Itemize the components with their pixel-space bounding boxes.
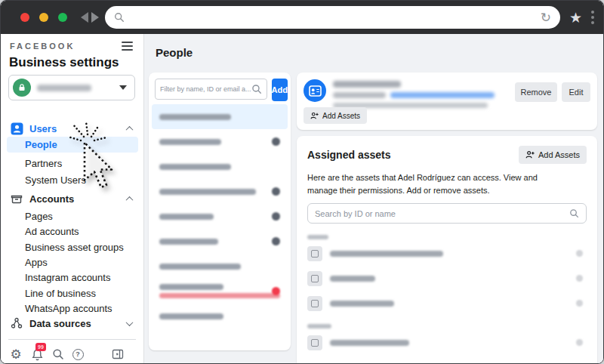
role-badge [272,237,280,245]
assigned-assets-title: Assigned assets [307,149,391,161]
sidebar-section-data-sources[interactable]: Data sources [1,315,144,332]
person-avatar [304,79,326,102]
add-assets-button[interactable]: Add Assets [304,107,367,124]
sidebar-item-partners[interactable]: Partners [7,156,138,171]
person-name-redacted [159,114,231,120]
business-avatar [13,79,31,97]
sidebar-item-business-asset-groups[interactable]: Business asset groups [7,239,138,255]
filter-input[interactable]: Filter by name, ID or email a... [155,79,267,100]
business-name-redacted [37,85,91,91]
search-icon [569,208,579,218]
minimize-window-button[interactable] [39,13,48,22]
refresh-icon[interactable]: ↻ [541,11,551,24]
users-icon [10,122,23,135]
asset-search-input[interactable]: Search by ID or name [307,203,587,224]
chevron-right-icon [576,339,583,346]
search-icon [251,84,262,94]
sidebar-item-line-of-business[interactable]: Line of business [7,285,138,301]
asset-row[interactable] [307,291,587,316]
accounts-box-icon [10,193,23,205]
notifications-bell-icon[interactable]: 99 [29,347,45,362]
sidebar-section-accounts[interactable]: Accounts [1,190,144,207]
person-name-redacted [159,313,223,319]
chevron-right-icon [576,250,583,257]
collapse-sidebar-icon[interactable] [110,347,125,362]
data-sources-icon [10,317,23,329]
add-person-button[interactable]: Add [272,79,288,101]
sidebar-section-users[interactable]: Users [1,120,144,137]
person-name-redacted [159,264,241,270]
role-badge [272,187,280,196]
sidebar-item-instagram-accounts[interactable]: Instagram accounts [7,270,138,285]
person-row[interactable] [152,279,288,304]
maximize-window-button[interactable] [58,13,67,22]
search-icon[interactable] [51,347,66,362]
page-title: Business settings [9,55,119,70]
main-content: People Filter by name, ID or email a... … [144,34,603,363]
asset-row[interactable] [307,241,587,266]
sidebar-item-system-users[interactable]: System Users [7,172,138,188]
person-name-redacted [159,189,256,195]
assigned-assets-description: Here are the assets that Adel Rodríguez … [297,164,576,196]
business-selector[interactable] [8,75,135,100]
remove-button[interactable]: Remove [515,82,557,102]
person-row[interactable] [152,254,288,279]
asset-name-redacted [330,301,394,307]
sidebar-item-people[interactable]: People [7,137,138,153]
window-controls [20,13,67,22]
sidebar-item-whatsapp-accounts[interactable]: WhatsApp accounts [7,301,138,316]
asset-group-label-redacted [307,324,331,329]
person-row[interactable] [152,129,288,154]
asset-row[interactable] [307,266,587,291]
edit-button[interactable]: Edit [562,82,590,102]
person-email-link-redacted[interactable] [390,92,495,98]
asset-icon [307,271,322,286]
add-assets-button[interactable]: Add Assets [519,146,587,164]
person-name-redacted [159,239,218,245]
sidebar-item-pages[interactable]: Pages [7,208,138,224]
person-row[interactable] [152,179,288,204]
assigned-assets-panel: Assigned assets Add Assets Here are the … [297,136,597,364]
people-rows [149,104,291,329]
browser-chrome: ↻ ★ [1,1,603,34]
back-icon[interactable] [81,12,88,23]
sidebar-item-ad-accounts[interactable]: Ad accounts [7,224,138,239]
url-input[interactable] [125,12,535,23]
asset-name-redacted [330,276,375,282]
bookmark-star-icon[interactable]: ★ [569,11,582,25]
hamburger-menu-icon[interactable] [122,42,133,51]
forward-icon[interactable] [91,12,99,23]
lock-icon [17,83,26,92]
asset-icon [307,335,322,350]
browser-menu-icon[interactable] [590,9,596,26]
person-name-redacted [159,214,214,220]
person-plus-icon [310,112,319,120]
people-list-panel: Filter by name, ID or email a... Add [149,72,291,350]
person-row[interactable] [152,204,288,229]
person-row[interactable] [152,104,288,129]
address-bar[interactable]: ↻ [105,6,560,29]
person-row[interactable] [152,154,288,179]
sidebar-item-apps[interactable]: Apps [7,254,138,270]
role-badge [272,212,280,221]
alert-badge [272,287,280,295]
browser-window: ↻ ★ FACEBOOK Business settings [0,0,604,364]
asset-search-placeholder: Search by ID or name [315,209,569,218]
asset-icon [307,296,322,311]
chevron-up-icon [126,196,134,203]
content-title: People [156,46,193,59]
person-name-redacted [159,284,223,290]
chevron-right-icon [576,300,583,307]
close-window-button[interactable] [20,13,29,22]
person-row[interactable] [152,229,288,254]
settings-gear-icon[interactable]: ⚙ [8,347,23,362]
asset-icon [307,246,322,261]
person-name-redacted [159,139,221,145]
help-icon[interactable]: ? [70,347,85,362]
chevron-right-icon [576,275,583,282]
asset-row[interactable] [307,330,587,355]
role-badge [272,137,280,146]
chevron-up-icon [126,125,134,133]
person-row[interactable] [152,304,288,329]
asset-groups [297,224,597,355]
